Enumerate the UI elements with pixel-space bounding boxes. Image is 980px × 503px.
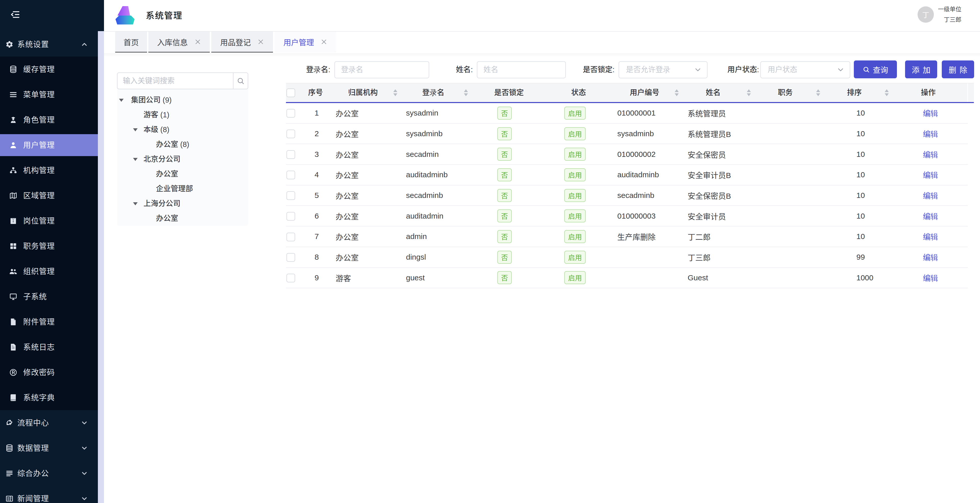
edit-link[interactable]: 编辑 — [923, 233, 938, 241]
row-checkbox[interactable] — [286, 253, 295, 262]
sidebar-item-workflow[interactable]: 流程中心 — [0, 410, 98, 435]
query-button[interactable]: 查询 — [854, 61, 897, 78]
sidebar-item-subsystem[interactable]: 子系统 — [0, 284, 98, 309]
account-info[interactable]: 一级单位 丁三郎 — [938, 4, 961, 25]
row-checkbox[interactable] — [286, 171, 295, 179]
row-checkbox[interactable] — [286, 191, 295, 200]
row-userno: secadminb — [611, 191, 680, 200]
status-select[interactable]: 用户状态 — [760, 61, 850, 78]
row-locked: 否 — [471, 209, 542, 222]
registered-icon — [9, 368, 18, 377]
row-checkbox[interactable] — [286, 274, 295, 283]
sidebar-item-password[interactable]: 修改密码 — [0, 360, 98, 385]
tab-close-icon[interactable] — [194, 38, 201, 45]
sort-carets-icon[interactable] — [815, 89, 821, 96]
edit-link[interactable]: 编辑 — [923, 109, 938, 118]
name-input[interactable]: 姓名 — [477, 61, 566, 78]
add-button[interactable]: 添加 — [905, 61, 937, 78]
column-header-userno[interactable]: 用户编号 — [630, 83, 659, 102]
column-header-name[interactable]: 姓名 — [706, 83, 721, 102]
caret-down-icon[interactable] — [133, 158, 138, 161]
tree-node[interactable]: 上海分公司 — [117, 196, 248, 211]
sidebar-item-dictionary[interactable]: 系统字典 — [0, 385, 98, 410]
column-header-locked[interactable]: 是否锁定 — [494, 83, 524, 102]
sidebar-item-cache[interactable]: 缓存管理 — [0, 57, 98, 82]
sidebar-item-user[interactable]: 用户管理 — [0, 133, 98, 158]
row-checkbox[interactable] — [286, 129, 295, 138]
edit-link[interactable]: 编辑 — [923, 253, 938, 262]
sort-carets-icon[interactable] — [883, 89, 890, 96]
table-row: 7办公室admin否启用生产库删除丁二郎10编辑 — [286, 227, 968, 247]
delete-button[interactable]: 删除 — [942, 61, 974, 78]
tree-node[interactable]: 办公室 — [117, 211, 248, 226]
edit-link[interactable]: 编辑 — [923, 150, 938, 159]
column-header-status[interactable]: 状态 — [571, 83, 586, 102]
tree-node[interactable]: 企业管理部 — [117, 181, 248, 196]
tab-inbound[interactable]: 入库信息 — [148, 32, 210, 53]
row-login: sysadmin — [398, 109, 471, 117]
tree-search-button[interactable] — [233, 73, 248, 89]
tab-close-icon[interactable] — [321, 38, 327, 45]
row-name-text: 系统管理员 — [688, 109, 726, 118]
sort-carets-icon[interactable] — [673, 89, 680, 96]
column-header-org[interactable]: 归属机构 — [348, 83, 378, 102]
locked-select[interactable]: 是否允许登录 — [619, 61, 708, 78]
tree-node[interactable]: 办公室 (8) — [117, 137, 248, 152]
tab-supplies[interactable]: 用品登记 — [211, 32, 273, 53]
sidebar-item-role[interactable]: 角色管理 — [0, 107, 98, 133]
sort-carets-icon[interactable] — [463, 89, 469, 96]
tab-users[interactable]: 用户管理 — [275, 32, 336, 53]
row-action: 编辑 — [907, 190, 968, 201]
caret-down-icon[interactable] — [119, 99, 124, 102]
caret-down-icon[interactable] — [133, 202, 138, 205]
sidebar-item-post[interactable]: 岗位管理 — [0, 208, 98, 233]
edit-link[interactable]: 编辑 — [923, 130, 938, 138]
row-select-cell — [286, 232, 306, 241]
sort-carets-icon[interactable] — [392, 89, 399, 96]
tab-home[interactable]: 首页 — [115, 32, 147, 53]
edit-link[interactable]: 编辑 — [923, 192, 938, 200]
tree-search-input[interactable]: 输入关键词搜索 — [117, 72, 248, 89]
sidebar-item-group[interactable]: 组织管理 — [0, 259, 98, 284]
edit-link[interactable]: 编辑 — [923, 212, 938, 220]
tree-node[interactable]: 本级 (8) — [117, 122, 248, 137]
sidebar-item-syslog[interactable]: 系统日志 — [0, 334, 98, 360]
row-seq: 1 — [306, 109, 328, 117]
tree-node[interactable]: 游客 (1) — [117, 107, 248, 122]
sidebar-item-menu[interactable]: 菜单管理 — [0, 82, 98, 107]
column-header-duty[interactable]: 职务 — [778, 83, 793, 102]
sidebar-collapse-button[interactable] — [10, 10, 20, 19]
select-all-checkbox[interactable] — [286, 88, 295, 97]
sidebar-item-label: 角色管理 — [23, 107, 55, 133]
column-header-seq[interactable]: 序号 — [308, 83, 323, 102]
caret-down-icon[interactable] — [133, 128, 138, 131]
login-input[interactable]: 登录名 — [334, 61, 429, 78]
tree-node[interactable]: 集团公司 (9) — [117, 93, 248, 107]
tab-close-icon[interactable] — [258, 38, 264, 45]
user-avatar[interactable]: 丁 — [918, 6, 934, 23]
row-checkbox[interactable] — [286, 212, 295, 220]
sidebar-item-label: 组织管理 — [23, 259, 55, 284]
row-checkbox[interactable] — [286, 150, 295, 159]
tree-node[interactable]: 北京分公司 — [117, 152, 248, 166]
sidebar-item-attachment[interactable]: 附件管理 — [0, 309, 98, 334]
edit-link[interactable]: 编辑 — [923, 171, 938, 179]
column-header-login[interactable]: 登录名 — [422, 83, 444, 102]
sidebar-item-region[interactable]: 区域管理 — [0, 183, 98, 208]
row-seq: 5 — [306, 191, 328, 200]
sidebar-item-data[interactable]: 数据管理 — [0, 435, 98, 461]
row-login: secadmin — [398, 150, 471, 159]
sidebar-item-system-settings[interactable]: 系统设置 — [0, 32, 98, 57]
sidebar-item-duty[interactable]: 职务管理 — [0, 233, 98, 259]
tree-node[interactable]: 办公室 — [117, 166, 248, 181]
sidebar-item-news[interactable]: 新闻管理 — [0, 486, 98, 503]
column-header-action[interactable]: 操作 — [921, 83, 935, 102]
column-header-sort[interactable]: 排序 — [847, 83, 862, 102]
sidebar-item-office[interactable]: 综合办公 — [0, 461, 98, 486]
sidebar-item-organization[interactable]: 机构管理 — [0, 158, 98, 183]
row-checkbox[interactable] — [286, 233, 295, 241]
row-checkbox[interactable] — [286, 109, 295, 118]
sort-carets-icon[interactable] — [746, 89, 752, 96]
edit-link[interactable]: 编辑 — [923, 274, 938, 283]
search-icon — [863, 66, 870, 73]
